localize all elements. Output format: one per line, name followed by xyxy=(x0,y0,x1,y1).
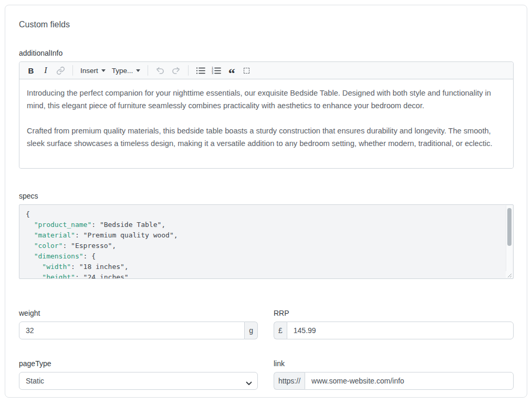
blockquote-button[interactable]: “ xyxy=(224,63,239,78)
svg-text:3: 3 xyxy=(212,71,213,75)
weight-label: weight xyxy=(19,309,258,317)
insert-dropdown-label: Insert xyxy=(80,67,98,75)
rrp-field-group: RRP £ xyxy=(274,309,514,339)
weight-unit-addon: g xyxy=(245,322,258,339)
specs-code: { "product_name": "Bedside Table", "mate… xyxy=(26,209,500,279)
quote-icon: “ xyxy=(228,71,235,76)
link-protocol-addon: https:// xyxy=(274,372,305,390)
rrp-input[interactable] xyxy=(287,322,514,339)
ordered-list-button[interactable]: 1 2 3 xyxy=(208,63,224,78)
ordered-list-icon: 1 2 3 xyxy=(212,67,221,75)
toolbar-divider xyxy=(148,65,148,76)
specs-scrollbar-thumb[interactable] xyxy=(507,208,512,246)
redo-icon xyxy=(171,66,181,75)
embed-button[interactable] xyxy=(239,63,254,78)
specs-label: specs xyxy=(19,192,513,200)
specs-textarea[interactable]: { "product_name": "Bedside Table", "mate… xyxy=(19,204,514,279)
custom-fields-card: Custom fields additionalInfo B I Insert … xyxy=(5,5,527,398)
resize-handle-icon[interactable] xyxy=(506,271,513,278)
rte-paragraph: Crafted from premium quality materials, … xyxy=(27,125,506,150)
undo-icon xyxy=(155,66,165,75)
rrp-currency-addon: £ xyxy=(274,322,287,339)
type-dropdown-label: Type... xyxy=(112,67,133,75)
rich-text-editor: B I Insert Type... xyxy=(19,61,514,169)
bold-button[interactable]: B xyxy=(24,63,38,78)
insert-dropdown[interactable]: Insert xyxy=(77,63,109,78)
weight-input[interactable] xyxy=(19,322,245,339)
link-icon xyxy=(56,66,65,75)
rte-toolbar: B I Insert Type... xyxy=(19,62,513,79)
weight-field-group: weight g xyxy=(19,309,258,339)
chevron-down-icon xyxy=(136,69,140,72)
chevron-down-icon xyxy=(101,69,106,72)
page-type-select[interactable]: Static xyxy=(19,372,258,390)
toolbar-divider xyxy=(188,65,189,76)
italic-button[interactable]: I xyxy=(38,63,53,78)
specs-scrollbar[interactable] xyxy=(506,205,513,273)
card-title: Custom fields xyxy=(19,20,513,29)
toolbar-divider xyxy=(72,65,73,76)
undo-button[interactable] xyxy=(152,63,168,78)
page-type-label: pageType xyxy=(19,359,258,368)
rte-paragraph: Introducing the perfect companion for yo… xyxy=(27,87,506,112)
embed-box-icon xyxy=(244,68,249,74)
page-type-field-group: pageType Static xyxy=(19,359,258,390)
bullet-list-button[interactable] xyxy=(193,63,208,78)
link-label: link xyxy=(274,359,514,368)
bullet-list-icon xyxy=(196,67,205,75)
link-field-group: link https:// xyxy=(274,359,514,390)
link-button[interactable] xyxy=(53,63,68,78)
rrp-label: RRP xyxy=(274,309,514,317)
rte-content[interactable]: Introducing the perfect companion for yo… xyxy=(19,79,513,168)
redo-button[interactable] xyxy=(168,63,184,78)
additional-info-label: additionalInfo xyxy=(19,49,513,57)
link-input[interactable] xyxy=(305,372,514,390)
type-dropdown[interactable]: Type... xyxy=(109,63,144,78)
